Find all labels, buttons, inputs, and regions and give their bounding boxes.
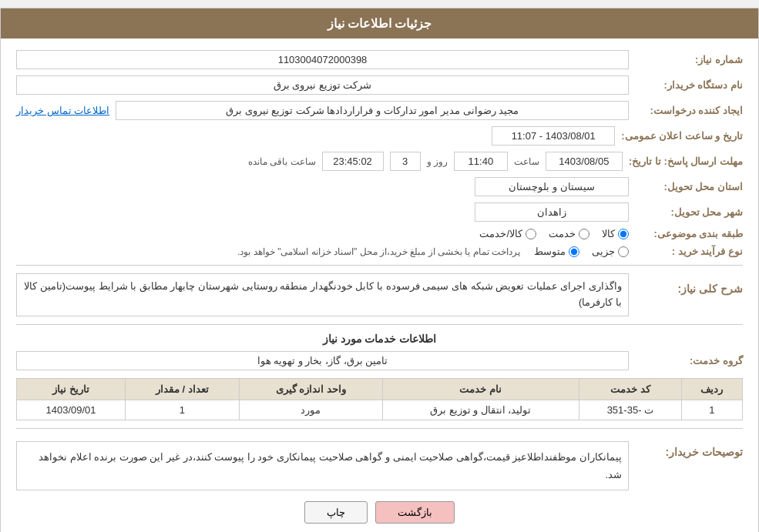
table-row: 1ت -35-351تولید، انتقال و توزیع برقمورد1… xyxy=(17,400,743,420)
need-number-value: 1103004072000398 xyxy=(16,50,629,69)
purchase-note: پرداخت تمام یا بخشی از مبلغ خرید،از محل … xyxy=(237,246,520,257)
deadline-remaining-label: ساعت باقی مانده xyxy=(248,156,316,167)
buyer-notes-label: توصیحات خریدار: xyxy=(635,446,743,458)
category-goods-service-item[interactable]: کالا/خدمت xyxy=(479,228,536,239)
announce-datetime-label: تاریخ و ساعت اعلان عمومی: xyxy=(621,130,743,142)
purchase-partial-label: جزیی xyxy=(592,246,615,257)
buyer-notes-value: پیمانکاران موظفنداطلاعیز قیمت،گواهی صلاح… xyxy=(16,441,629,491)
category-goods-service-radio[interactable] xyxy=(526,229,536,239)
category-radio-group: کالا خدمت کالا/خدمت xyxy=(479,228,629,239)
purchase-partial-item[interactable]: جزیی xyxy=(592,246,629,257)
purchase-type-radio-group: جزیی متوسط xyxy=(534,246,629,257)
category-goods-service-label: کالا/خدمت xyxy=(479,228,522,239)
separator-2 xyxy=(16,324,743,325)
creator-contact-link[interactable]: اطلاعات تماس خریدار xyxy=(16,105,109,116)
deadline-date: 1403/08/05 xyxy=(546,152,623,171)
separator-3 xyxy=(16,428,743,429)
purchase-type-label: نوع فرآیند خرید : xyxy=(635,246,743,257)
city-value: زاهدان xyxy=(475,202,629,222)
province-value: سیستان و بلوچستان xyxy=(475,177,629,196)
services-table-section: ردیف کد خدمت نام خدمت واحد اندازه گیری ت… xyxy=(16,378,743,420)
print-button[interactable]: چاپ xyxy=(304,501,368,524)
deadline-remaining: 23:45:02 xyxy=(322,152,384,171)
purchase-medium-radio[interactable] xyxy=(569,246,579,257)
city-label: شهر محل تحویل: xyxy=(635,206,743,218)
deadline-days: 3 xyxy=(390,152,421,171)
announce-datetime-value: 1403/08/01 - 11:07 xyxy=(492,126,615,146)
buyer-org-value: شرکت توزیع نیروی برق xyxy=(16,75,629,95)
back-button[interactable]: بازگشت xyxy=(375,501,455,524)
needs-description-value: واگذاری اجرای عملیات تعویض شبکه های سیمی… xyxy=(16,273,629,316)
need-number-label: شماره نیاز: xyxy=(635,54,743,65)
services-section-title: اطلاعات خدمات مورد نیاز xyxy=(323,333,437,345)
category-goods-label: کالا xyxy=(602,228,615,239)
purchase-medium-item[interactable]: متوسط xyxy=(534,246,579,257)
page-header: جزئیات اطلاعات نیاز xyxy=(1,8,758,38)
page-title: جزئیات اطلاعات نیاز xyxy=(327,17,432,30)
category-goods-item[interactable]: کالا xyxy=(602,228,629,239)
deadline-time: 11:40 xyxy=(454,152,508,171)
col-qty: تعداد / مقدار xyxy=(126,378,240,400)
deadline-time-label: ساعت xyxy=(514,156,539,167)
service-group-label: گروه خدمت: xyxy=(635,355,743,366)
deadline-days-label: روز و xyxy=(427,156,448,167)
footer-buttons: بازگشت چاپ xyxy=(16,501,743,524)
category-service-item[interactable]: خدمت xyxy=(549,228,589,239)
service-group-value: تامین برق، گاز، بخار و تهویه هوا xyxy=(16,351,629,370)
needs-description-label: شرح کلی نیاز: xyxy=(635,283,743,295)
col-date: تاریخ نیاز xyxy=(17,378,126,400)
buyer-org-label: نام دستگاه خریدار: xyxy=(635,79,743,91)
category-label: طبقه بندی موضوعی: xyxy=(635,228,743,239)
deadline-label: مهلت ارسال پاسخ: تا تاریخ: xyxy=(629,156,743,167)
separator-1 xyxy=(16,265,743,266)
province-label: استان محل تحویل: xyxy=(635,181,743,192)
services-table: ردیف کد خدمت نام خدمت واحد اندازه گیری ت… xyxy=(16,378,743,420)
purchase-partial-radio[interactable] xyxy=(618,246,629,257)
col-name: نام خدمت xyxy=(382,378,579,400)
category-goods-radio[interactable] xyxy=(618,229,629,239)
col-row: ردیف xyxy=(681,378,742,400)
col-code: کد خدمت xyxy=(579,378,681,400)
purchase-medium-label: متوسط xyxy=(534,246,566,257)
category-service-radio[interactable] xyxy=(579,229,589,239)
creator-label: ایجاد کننده درخواست: xyxy=(635,105,743,116)
creator-value: مجید رضوانی مدیر امور تدارکات و فراراردا… xyxy=(116,101,629,120)
col-unit: واحد اندازه گیری xyxy=(239,378,382,400)
category-service-label: خدمت xyxy=(549,228,576,239)
